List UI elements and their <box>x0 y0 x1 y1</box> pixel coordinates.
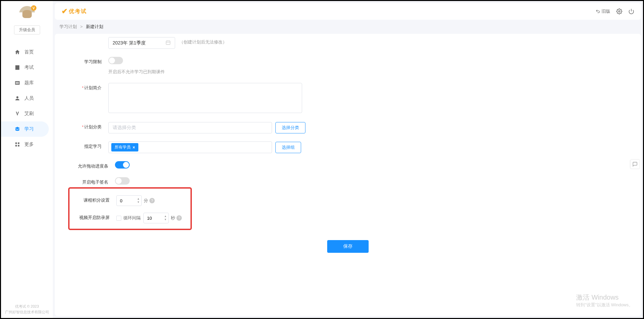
svg-point-9 <box>619 11 620 12</box>
points-label: 课程积分设置 <box>70 195 116 203</box>
antirecord-label: 视频开启防录屏 <box>70 213 116 221</box>
breadcrumb: 学习计划 > 新建计划 <box>53 20 643 34</box>
nav-bank[interactable]: 题库 <box>1 75 53 91</box>
svg-rect-1 <box>16 82 17 84</box>
svg-point-4 <box>16 96 18 98</box>
nav-label: 艾刷 <box>24 111 34 117</box>
windows-watermark: 激活 Windows 转到"设置"以激活 Windows。 <box>576 293 633 308</box>
svg-rect-10 <box>166 41 170 44</box>
nav-label: 首页 <box>24 49 34 55</box>
assign-tag: 所有学员 × <box>111 143 138 151</box>
restrict-toggle[interactable] <box>108 57 123 64</box>
nav-label: 考试 <box>24 65 34 71</box>
nav-exam[interactable]: 考试 <box>1 60 53 75</box>
ai-icon <box>14 111 20 117</box>
row-points: 课程积分设置 ▲ ▼ 分 ? <box>70 195 190 206</box>
footer-text: 优考试 © 2023 广州好智信息技术有限公司 <box>5 304 49 315</box>
exam-icon <box>14 65 20 71</box>
logo[interactable]: ✔ 优考试 <box>61 7 87 16</box>
power-icon <box>628 8 634 14</box>
assign-tagbox[interactable]: 所有学员 × <box>108 141 272 153</box>
period-value: 2023年 第1季度 <box>113 40 146 46</box>
restrict-label: 学习限制 <box>68 57 108 65</box>
period-hint: （创建计划后无法修改） <box>179 37 227 45</box>
nav-study[interactable]: 学习 <box>1 121 49 137</box>
loop-field[interactable] <box>147 216 160 221</box>
sign-label: 开启电子签名 <box>68 177 115 185</box>
assign-button[interactable]: 选择组 <box>275 142 301 153</box>
upgrade-button[interactable]: 升级会员 <box>14 25 40 34</box>
nav-more[interactable]: 更多 <box>1 137 53 152</box>
row-category: *计划分类 请选择分类 选择分类 <box>68 122 628 133</box>
svg-rect-6 <box>18 142 20 144</box>
breadcrumb-parent[interactable]: 学习计划 <box>59 24 77 29</box>
row-assign: 指定学习 所有学员 × 选择组 <box>68 141 628 153</box>
spinner-down-icon[interactable]: ▼ <box>164 218 167 221</box>
desc-textarea[interactable] <box>108 83 302 113</box>
row-drag: 允许拖动进度条 <box>68 161 628 169</box>
nav-ai[interactable]: 艾刷 <box>1 106 53 121</box>
svg-rect-5 <box>15 142 17 144</box>
home-icon <box>14 49 20 55</box>
old-version-button[interactable]: 旧版 <box>596 8 610 14</box>
avatar-container[interactable]: V <box>19 6 35 22</box>
row-sign: 开启电子签名 <box>68 177 628 185</box>
logo-text: 优考试 <box>69 8 87 14</box>
points-field[interactable] <box>120 198 133 203</box>
spinner-up-icon[interactable]: ▲ <box>137 197 140 201</box>
loop-input[interactable]: ▲ ▼ <box>143 213 169 223</box>
nav-list: 首页 考试 题库 人员 艾刷 学习 <box>1 44 53 152</box>
breadcrumb-current: 新建计划 <box>86 24 103 29</box>
settings-button[interactable] <box>616 8 622 14</box>
tag-remove-icon[interactable]: × <box>133 145 135 150</box>
bank-icon <box>14 80 20 86</box>
undo-icon <box>596 9 600 14</box>
points-unit: 分 <box>144 198 148 204</box>
nav-label: 人员 <box>24 95 34 101</box>
assign-label: 指定学习 <box>68 141 108 149</box>
row-antirecord: 视频开启防录屏 循环间隔 ▲ ▼ 秒 <box>70 213 190 223</box>
study-icon <box>14 126 20 132</box>
category-label: *计划分类 <box>68 122 108 130</box>
svg-rect-8 <box>18 145 20 147</box>
period-input[interactable]: 2023年 第1季度 <box>108 37 175 49</box>
form: 2023年 第1季度 （创建计划后无法修改） 学习限制 开启后不允许学习已到期课… <box>55 34 641 230</box>
loop-unit: 秒 <box>171 215 175 221</box>
calendar-icon <box>165 40 171 46</box>
sidebar: V 升级会员 首页 考试 题库 人员 艾刷 <box>1 1 53 318</box>
loop-label: 循环间隔 <box>123 215 141 221</box>
nav-home[interactable]: 首页 <box>1 44 53 60</box>
main: ✔ 优考试 旧版 学习计划 > 新建计划 <box>53 1 643 318</box>
category-select[interactable]: 请选择分类 <box>108 122 272 133</box>
logo-icon: ✔ <box>61 7 68 16</box>
top-actions: 旧版 <box>596 8 634 14</box>
points-input[interactable]: ▲ ▼ <box>116 195 142 206</box>
more-icon <box>14 141 20 147</box>
breadcrumb-separator: > <box>80 24 83 29</box>
svg-rect-7 <box>15 145 17 147</box>
nav-people[interactable]: 人员 <box>1 91 53 106</box>
svg-rect-2 <box>17 82 18 84</box>
power-button[interactable] <box>628 8 634 14</box>
topbar: ✔ 优考试 旧版 <box>55 3 641 20</box>
antirecord-checkbox[interactable] <box>116 216 121 221</box>
help-icon[interactable]: ? <box>149 198 155 203</box>
help-icon[interactable]: ? <box>176 215 182 221</box>
chat-icon <box>632 162 638 167</box>
save-button[interactable]: 保存 <box>327 240 369 253</box>
drag-label: 允许拖动进度条 <box>68 161 115 169</box>
nav-label: 更多 <box>24 141 34 147</box>
desc-label: *计划简介 <box>68 83 108 91</box>
category-button[interactable]: 选择分类 <box>275 122 305 133</box>
sign-toggle[interactable] <box>115 177 130 185</box>
row-restrict: 学习限制 开启后不允许学习已到期课件 <box>68 57 628 75</box>
spinner-down-icon[interactable]: ▼ <box>137 201 140 204</box>
chat-float-button[interactable] <box>630 160 640 169</box>
nav-label: 学习 <box>24 126 34 132</box>
svg-rect-3 <box>18 82 19 84</box>
drag-toggle[interactable] <box>115 161 130 169</box>
spinner-up-icon[interactable]: ▲ <box>164 215 167 218</box>
vip-badge-icon: V <box>31 5 36 11</box>
restrict-hint: 开启后不允许学习已到期课件 <box>108 69 342 75</box>
action-bar: 保存 <box>55 230 641 256</box>
